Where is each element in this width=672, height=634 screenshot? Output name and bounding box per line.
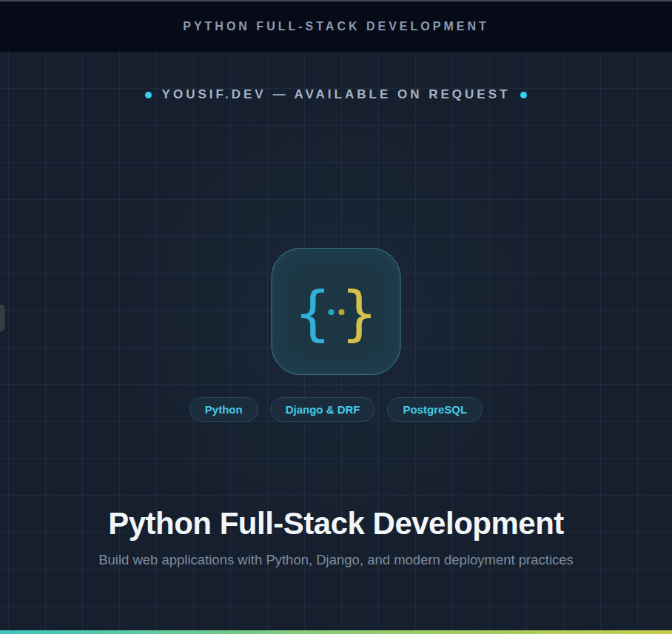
badge-postgresql[interactable]: PostgreSQL [387, 397, 483, 422]
drawer-handle[interactable] [0, 305, 4, 331]
page-title: Python Full-Stack Development [0, 505, 672, 544]
badge-django-drf[interactable]: Django & DRF [270, 397, 376, 422]
bullet-icon [145, 92, 152, 98]
logo-eyes [328, 309, 344, 315]
tagline-text: YOUSIF.DEV — AVAILABLE ON REQUEST [162, 87, 511, 102]
header-title: PYTHON FULL-STACK DEVELOPMENT [183, 20, 488, 33]
page: PYTHON FULL-STACK DEVELOPMENT YOUSIF.DEV… [0, 0, 672, 634]
right-brace-glyph: } [340, 284, 378, 343]
badge-row: Python Django & DRF PostgreSQL [0, 397, 672, 422]
yellow-dot-icon [338, 309, 344, 315]
badge-python[interactable]: Python [189, 397, 258, 422]
left-brace-glyph: { [294, 284, 332, 343]
page-subtitle: Build web applications with Python, Djan… [0, 552, 672, 568]
app-header: PYTHON FULL-STACK DEVELOPMENT [0, 0, 672, 52]
bullet-icon [520, 92, 527, 98]
bottom-accent-bar [0, 630, 672, 634]
availability-tagline: YOUSIF.DEV — AVAILABLE ON REQUEST [0, 87, 672, 102]
cyan-dot-icon [328, 309, 334, 315]
hero-section: YOUSIF.DEV — AVAILABLE ON REQUEST { } Py… [0, 52, 672, 634]
logo-card: { } [272, 248, 401, 375]
